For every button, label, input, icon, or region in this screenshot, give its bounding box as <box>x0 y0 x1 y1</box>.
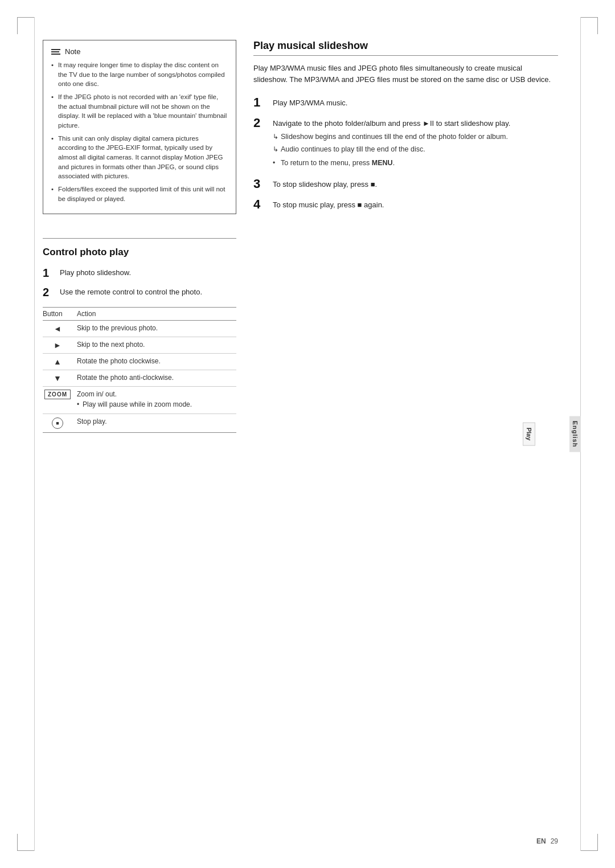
zoom-sub-item: Play will pause while in zoom mode. <box>77 400 232 410</box>
table-row: ■ Stop play. <box>43 413 236 432</box>
musical-step-3-number: 3 <box>253 177 266 191</box>
musical-step-4-text: To stop music play, press ■ again. <box>273 200 384 209</box>
main-content: Note It may require longer time to displ… <box>43 40 558 828</box>
note-item-2: If the JPEG photo is not recorded with a… <box>51 92 228 130</box>
musical-step-4-number: 4 <box>253 198 266 211</box>
zoom-action-text: Zoom in/ out. <box>77 390 117 398</box>
action-cell-stop: Stop play. <box>77 413 236 432</box>
step-2-text: Use the remote control to control the ph… <box>60 285 202 298</box>
step-2-subnote-2: Audio continues to play till the end of … <box>273 144 510 155</box>
table-row: ▼ Rotate the photo anti-clockwise. <box>43 370 236 387</box>
stop-icon: ■ <box>52 417 63 429</box>
button-cell-rotate-cw: ▲ <box>43 354 77 370</box>
button-cell-next: ► <box>43 337 77 354</box>
control-section-divider <box>43 238 236 239</box>
table-row: ▲ Rotate the photo clockwise. <box>43 354 236 370</box>
corner-mark-br <box>581 834 598 851</box>
step-2-menu-note: To return to the menu, press MENU. <box>273 158 510 169</box>
note-box: Note It may require longer time to displ… <box>43 40 236 214</box>
table-row: ► Skip to the next photo. <box>43 337 236 354</box>
page-footer: EN 29 <box>536 837 558 845</box>
musical-step-2: 2 Navigate to the photo folder/album and… <box>253 116 558 170</box>
corner-mark-bl <box>17 834 34 851</box>
page: English Play Note It may require longer … <box>0 0 615 868</box>
button-cell-rotate-ccw: ▼ <box>43 370 77 387</box>
musical-step-2-text: Navigate to the photo folder/album and p… <box>273 119 510 128</box>
musical-step-3-text: To stop slideshow play, press ■. <box>273 180 377 189</box>
musical-step-3-content: To stop slideshow play, press ■. <box>273 177 377 190</box>
musical-step-1-content: Play MP3/WMA music. <box>273 96 347 109</box>
note-icon <box>51 49 60 55</box>
button-cell-stop: ■ <box>43 413 77 432</box>
note-title: Note <box>65 47 80 56</box>
left-column: Note It may require longer time to displ… <box>43 40 236 828</box>
control-section-title: Control photo play <box>43 247 236 258</box>
prev-icon: ◄ <box>54 324 62 333</box>
corner-mark-tl <box>17 17 34 34</box>
corner-mark-tr <box>581 17 598 34</box>
musical-intro: Play MP3/WMA music files and JPEG photo … <box>253 63 558 85</box>
control-step-1: 1 Play photo slideshow. <box>43 266 236 280</box>
next-icon: ► <box>54 341 62 350</box>
musical-step-2-number: 2 <box>253 116 266 130</box>
note-item-4: Folders/files exceed the supported limit… <box>51 185 228 203</box>
footer-en: EN <box>536 837 546 845</box>
action-cell-rotate-cw: Rotate the photo clockwise. <box>77 354 236 370</box>
down-arrow-icon: ▼ <box>54 374 62 383</box>
margin-line-left <box>34 17 35 851</box>
note-item-3: This unit can only display digital camer… <box>51 134 228 181</box>
table-row: ZOOM Zoom in/ out. Play will pause while… <box>43 387 236 413</box>
musical-step-3: 3 To stop slideshow play, press ■. <box>253 177 558 191</box>
action-cell-prev: Skip to the previous photo. <box>77 321 236 337</box>
table-header-button: Button <box>43 308 77 321</box>
action-cell-zoom: Zoom in/ out. Play will pause while in z… <box>77 387 236 413</box>
up-arrow-icon: ▲ <box>54 357 62 366</box>
step-2-subnotes: Slideshow begins and continues till the … <box>273 132 510 155</box>
musical-steps: 1 Play MP3/WMA music. 2 Navigate to the … <box>253 96 558 218</box>
menu-note: To return to the menu, press MENU. <box>273 158 510 169</box>
step-1-text: Play photo slideshow. <box>60 266 131 279</box>
step-2-number: 2 <box>43 285 54 299</box>
note-list: It may require longer time to display th… <box>51 60 228 203</box>
footer-page-number: 29 <box>551 837 558 845</box>
action-cell-rotate-ccw: Rotate the photo anti-clockwise. <box>77 370 236 387</box>
button-cell-prev: ◄ <box>43 321 77 337</box>
button-cell-zoom: ZOOM <box>43 387 77 413</box>
right-column: Play musical slideshow Play MP3/WMA musi… <box>253 40 558 828</box>
rotate-ccw-text: Rotate the photo anti-clockwise. <box>77 374 174 382</box>
step-2-subnote-1: Slideshow begins and continues till the … <box>273 132 510 142</box>
musical-step-4-content: To stop music play, press ■ again. <box>273 198 384 211</box>
note-item-1: It may require longer time to display th… <box>51 60 228 89</box>
step-1-number: 1 <box>43 266 54 280</box>
musical-step-2-content: Navigate to the photo folder/album and p… <box>273 116 510 170</box>
musical-step-1-text: Play MP3/WMA music. <box>273 99 347 107</box>
musical-step-1: 1 Play MP3/WMA music. <box>253 96 558 109</box>
musical-section-title: Play musical slideshow <box>253 40 558 56</box>
action-cell-next: Skip to the next photo. <box>77 337 236 354</box>
note-header: Note <box>51 47 228 56</box>
control-section: Control photo play 1 Play photo slidesho… <box>43 247 236 432</box>
button-table: Button Action ◄ Skip to the previous pho… <box>43 307 236 432</box>
zoom-icon: ZOOM <box>44 390 71 399</box>
english-label: English <box>569 416 581 452</box>
musical-step-4: 4 To stop music play, press ■ again. <box>253 198 558 211</box>
table-header-action: Action <box>77 308 236 321</box>
control-step-2: 2 Use the remote control to control the … <box>43 285 236 299</box>
control-steps: 1 Play photo slideshow. 2 Use the remote… <box>43 266 236 299</box>
musical-step-1-number: 1 <box>253 96 266 109</box>
zoom-sub-list: Play will pause while in zoom mode. <box>77 400 232 410</box>
table-row: ◄ Skip to the previous photo. <box>43 321 236 337</box>
